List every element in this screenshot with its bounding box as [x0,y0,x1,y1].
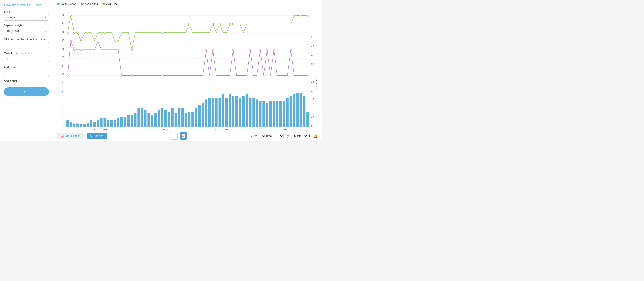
svg-rect-71 [161,108,164,127]
svg-rect-106 [280,101,282,127]
notification-icon[interactable]: 🔔 [313,134,318,138]
svg-rect-55 [107,120,109,127]
svg-point-130 [188,23,190,25]
svg-point-118 [77,32,78,34]
style-label: Style [4,10,49,13]
svg-point-116 [70,14,72,16]
svg-point-124 [97,32,99,34]
svg-rect-70 [158,110,160,127]
svg-text:2.5: 2.5 [311,80,314,83]
visualization-icon: 📊 [60,134,64,138]
svg-rect-48 [83,124,86,127]
main-chart: 0 5 10 15 20 25 30 35 40 45 50 55 60 65 … [57,7,318,130]
svg-text:January, 2020: January, 2020 [275,129,288,130]
min-decimal-input[interactable] [4,42,49,48]
svg-rect-77 [181,108,184,127]
svg-text:30: 30 [62,73,64,76]
multiply-input[interactable] [4,56,49,62]
svg-rect-109 [290,96,292,127]
prefix-input[interactable] [4,70,49,76]
svg-rect-86 [212,98,214,127]
month-select[interactable]: Month Week Day [291,133,308,139]
visualization-tab-button[interactable]: 📊 Visualization [57,132,84,139]
svg-text:1.5: 1.5 [311,98,314,101]
style-select[interactable]: Normal [4,14,49,20]
chart-icon: 📈 [181,134,185,138]
svg-rect-72 [164,110,167,127]
svg-point-127 [121,32,122,34]
svg-text:35: 35 [62,64,64,68]
separator-label: Separator style [4,24,49,27]
svg-point-140 [74,49,75,51]
svg-text:5: 5 [62,116,64,119]
svg-point-151 [273,49,274,51]
svg-rect-66 [144,110,147,127]
svg-rect-63 [134,113,136,127]
svg-point-133 [229,23,231,25]
done-button[interactable]: Done [4,87,49,96]
svg-point-122 [90,32,92,34]
svg-text:5: 5 [311,36,312,39]
settings-tab-button[interactable]: ⚙ Settings [86,132,107,139]
svg-rect-96 [246,94,248,127]
svg-rect-112 [300,93,302,127]
svg-rect-57 [114,120,116,127]
separator-select[interactable]: 100,000.00 [4,28,49,34]
svg-rect-114 [306,112,309,127]
svg-point-139 [70,40,72,42]
svg-rect-53 [100,118,103,127]
svg-point-142 [121,75,122,76]
svg-text:1: 1 [311,107,312,110]
svg-rect-100 [259,101,262,127]
svg-rect-104 [272,101,275,127]
table-view-button[interactable]: ⊞ [170,132,178,140]
legend-label-avg-price: Avg Price [106,2,118,6]
svg-rect-54 [104,118,106,127]
breadcrumb[interactable]: ‹ Average of Products → Price [4,3,49,7]
svg-text:15: 15 [62,99,64,102]
svg-point-148 [250,49,251,51]
chart-view-button[interactable]: 📈 [180,132,187,140]
multiply-label: Multiply by a number [4,52,49,55]
svg-text:20: 20 [62,90,64,93]
svg-point-145 [206,49,207,51]
svg-rect-80 [192,112,194,127]
svg-text:4.5: 4.5 [311,45,314,48]
svg-rect-88 [218,98,221,127]
y-axis-right: 0 0.5 1 1.5 2 2.5 3 3.5 4 4.5 5 [311,36,314,128]
svg-point-149 [260,49,261,51]
svg-point-125 [101,32,102,34]
svg-point-132 [219,23,220,25]
svg-rect-68 [151,115,153,127]
svg-point-143 [131,75,132,76]
chart-legend: Total reviews Avg Rating Avg Price [57,2,318,6]
svg-rect-64 [137,108,140,127]
all-time-select[interactable]: All Time Last 7 days Last 30 days [259,133,284,139]
multiply-section: Multiply by a number [4,52,49,62]
svg-rect-56 [110,120,113,127]
svg-point-128 [131,49,132,51]
svg-rect-105 [276,101,278,127]
svg-point-119 [80,40,82,42]
legend-item-avg-rating: Avg Rating [81,2,98,6]
svg-rect-94 [239,98,242,127]
svg-text:40: 40 [62,56,64,59]
svg-point-117 [74,32,75,34]
svg-rect-67 [148,113,150,127]
svg-text:2: 2 [311,89,312,92]
svg-point-131 [212,23,214,25]
svg-rect-107 [283,101,285,127]
svg-rect-75 [174,113,177,127]
svg-point-115 [67,32,68,34]
svg-rect-60 [124,117,126,127]
svg-rect-69 [154,113,157,127]
x-axis-ticks: January, 2017 January, 2018 January, 201… [94,129,288,130]
svg-rect-98 [252,98,255,127]
settings-icon: ⚙ [90,134,92,138]
legend-label-avg-rating: Avg Rating [85,2,98,6]
svg-rect-84 [205,100,208,127]
svg-point-120 [84,32,85,34]
svg-rect-89 [222,94,224,127]
svg-point-147 [232,49,234,51]
download-icon[interactable]: ⬇ [308,134,311,138]
